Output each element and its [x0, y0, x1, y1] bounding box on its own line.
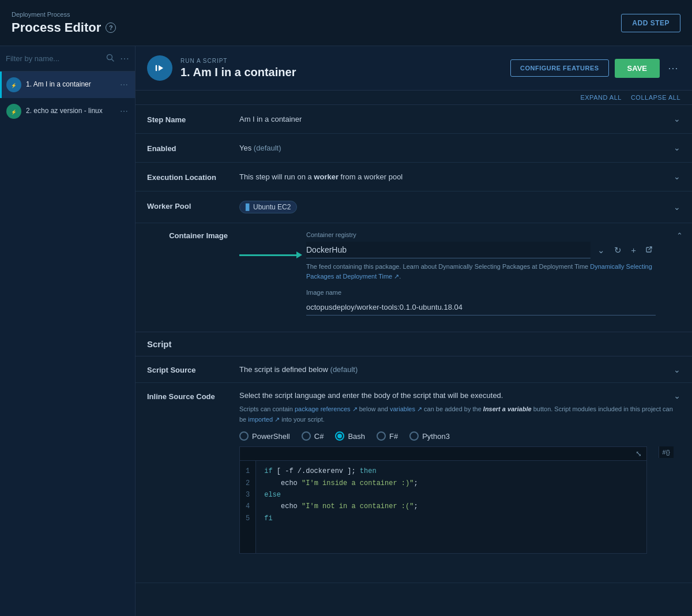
registry-link-button[interactable]: [643, 243, 656, 257]
worker-pool-text: Ubuntu EC2: [253, 203, 291, 211]
package-refs-link[interactable]: package references ↗: [295, 405, 358, 412]
feed-hint: The feed containing this package. Learn …: [306, 262, 656, 281]
language-radio-group: PowerShell C# Bash F#: [239, 431, 674, 441]
radio-fsharp[interactable]: F#: [377, 431, 398, 441]
enabled-chevron[interactable]: ⌄: [674, 143, 680, 152]
step-type-icon: [147, 55, 172, 81]
step-type-label: RUN A SCRIPT: [180, 58, 296, 64]
container-registry-row: ⌄ ↻ +: [306, 242, 656, 258]
sidebar-item-2-text: 2. echo az version - linux: [26, 107, 119, 116]
container-image-flex: Container Image Contai: [136, 223, 692, 332]
code-area: 1 2 3 4 5 if [ -f /.dockerenv ]; then: [240, 461, 646, 553]
code-editor-main: ⤡ 1 2 3 4 5: [240, 447, 646, 553]
enabled-default: (default): [254, 144, 281, 152]
header-more-icon[interactable]: ⋯: [665, 62, 680, 74]
variables-link[interactable]: variables ↗: [390, 405, 422, 412]
container-image-label: Container Image: [136, 223, 239, 248]
step-2-label: echo az version - linux: [33, 107, 102, 115]
step-header-right: CONFIGURE FEATURES SAVE ⋯: [510, 59, 680, 78]
image-name-label: Image name: [306, 289, 656, 296]
radio-csharp[interactable]: C#: [302, 431, 324, 441]
step-name-value: Am I in a container ⌄: [239, 114, 680, 123]
registry-refresh-button[interactable]: ↻: [612, 243, 624, 258]
container-registry-label: Container registry: [306, 231, 656, 238]
script-section-title: Script: [147, 339, 172, 349]
help-icon[interactable]: ?: [106, 22, 116, 33]
sidebar-item-1[interactable]: ⚡ 1. Am I in a container ⋯: [0, 72, 135, 98]
breadcrumb: Deployment Process: [12, 11, 116, 18]
step-name-row: Step Name Am I in a container ⌄: [136, 105, 692, 134]
container-image-chevron[interactable]: ⌃: [667, 223, 692, 248]
worker-pool-value: ▊ Ubuntu EC2 ⌄: [239, 201, 680, 213]
sidebar-item-1-text: 1. Am I in a container: [26, 80, 119, 89]
worker-pool-label: Worker Pool: [147, 201, 239, 211]
radio-python3[interactable]: Python3: [409, 431, 450, 441]
step-name-title: 1. Am I in a container: [180, 66, 296, 79]
script-source-value: The script is defined below (default) ⌄: [239, 365, 680, 374]
page-title: Process Editor ?: [12, 20, 116, 35]
sidebar-item-2-more[interactable]: ⋯: [119, 107, 129, 116]
code-side-controls: #{}: [659, 446, 674, 458]
expand-collapse-bar: EXPAND ALL COLLAPSE ALL: [136, 91, 692, 105]
step-name-text: Am I in a container: [239, 115, 302, 123]
inline-source-section: Inline Source Code Select the script lan…: [136, 383, 692, 583]
configure-features-button[interactable]: CONFIGURE FEATURES: [510, 59, 609, 77]
execution-location-label: Execution Location: [147, 172, 239, 182]
container-registry-fields: Container registry ⌄ ↻ +: [306, 231, 656, 324]
sidebar-item-1-more[interactable]: ⋯: [119, 80, 129, 89]
imported-link[interactable]: imported ↗: [248, 416, 280, 423]
sidebar-search-container: ⋯: [0, 46, 135, 72]
script-source-label: Script Source: [147, 365, 239, 374]
registry-dropdown-button[interactable]: ⌄: [595, 243, 607, 258]
inline-source-label: Inline Source Code: [147, 391, 239, 401]
step-header: RUN A SCRIPT 1. Am I in a container CONF…: [136, 46, 692, 91]
main-content: RUN A SCRIPT 1. Am I in a container CONF…: [136, 46, 692, 616]
image-name-input[interactable]: [306, 299, 656, 315]
inline-source-desc: Select the script language and enter the…: [239, 391, 674, 400]
inline-code-header: Inline Source Code Select the script lan…: [136, 383, 692, 583]
execution-location-chevron[interactable]: ⌄: [674, 172, 680, 181]
radio-csharp-label: C#: [314, 432, 324, 441]
code-content[interactable]: if [ -f /.dockerenv ]; then echo "I'm in…: [256, 461, 646, 553]
step-2-icon: ⚡: [6, 104, 21, 119]
image-name-group: Image name: [306, 289, 656, 315]
search-input[interactable]: [6, 54, 103, 63]
worker-pool-chevron[interactable]: ⌄: [674, 202, 680, 212]
code-editor-container[interactable]: ⤡ 1 2 3 4 5: [239, 446, 647, 554]
enabled-row: Enabled Yes (default) ⌄: [136, 134, 692, 163]
page-title-text: Process Editor: [12, 20, 101, 35]
code-line-1: if [ -f /.dockerenv ]; then: [264, 465, 638, 477]
registry-add-button[interactable]: +: [629, 243, 638, 257]
execution-location-text: This step will run on a worker from a wo…: [239, 172, 403, 181]
code-line-3: else: [264, 489, 638, 501]
inline-source-hint: Scripts can contain package references ↗…: [239, 404, 674, 425]
script-source-default: (default): [330, 365, 358, 374]
collapse-all-button[interactable]: COLLAPSE ALL: [631, 94, 680, 101]
radio-powershell-circle: [239, 431, 249, 441]
worker-pool-badge[interactable]: ▊ Ubuntu EC2: [239, 201, 297, 213]
expand-all-button[interactable]: EXPAND ALL: [580, 94, 621, 101]
step-name-chevron[interactable]: ⌄: [674, 114, 680, 123]
inline-code-body: Select the script language and enter the…: [239, 391, 674, 574]
container-image-section: Container Image Contai: [136, 223, 692, 332]
container-registry-input[interactable]: [306, 242, 591, 258]
search-icon[interactable]: [106, 54, 114, 63]
add-step-button[interactable]: ADD STEP: [621, 14, 680, 32]
radio-powershell[interactable]: PowerShell: [239, 431, 290, 441]
header-left: Deployment Process Process Editor ?: [12, 11, 116, 35]
code-hash-icon: #{}: [663, 449, 670, 456]
sidebar-item-2[interactable]: ⚡ 2. echo az version - linux ⋯: [0, 98, 135, 125]
svg-line-1: [112, 59, 114, 62]
code-line-4: echo "I'm not in a container :(";: [264, 501, 638, 512]
save-button[interactable]: SAVE: [615, 59, 660, 78]
radio-bash[interactable]: Bash: [335, 431, 365, 441]
script-source-chevron[interactable]: ⌄: [674, 365, 680, 374]
code-expand-icon[interactable]: ⤡: [635, 449, 642, 458]
code-toolbar: ⤡: [240, 447, 646, 461]
sidebar: ⋯ ⚡ 1. Am I in a container ⋯ ⚡ 2. echo a…: [0, 46, 136, 616]
code-line-5: fi: [264, 513, 638, 524]
inline-code-chevron[interactable]: ⌃: [674, 391, 680, 403]
execution-location-value: This step will run on a worker from a wo…: [239, 172, 680, 181]
sidebar-more-icon[interactable]: ⋯: [118, 53, 131, 64]
main-layout: ⋯ ⚡ 1. Am I in a container ⋯ ⚡ 2. echo a…: [0, 46, 692, 616]
